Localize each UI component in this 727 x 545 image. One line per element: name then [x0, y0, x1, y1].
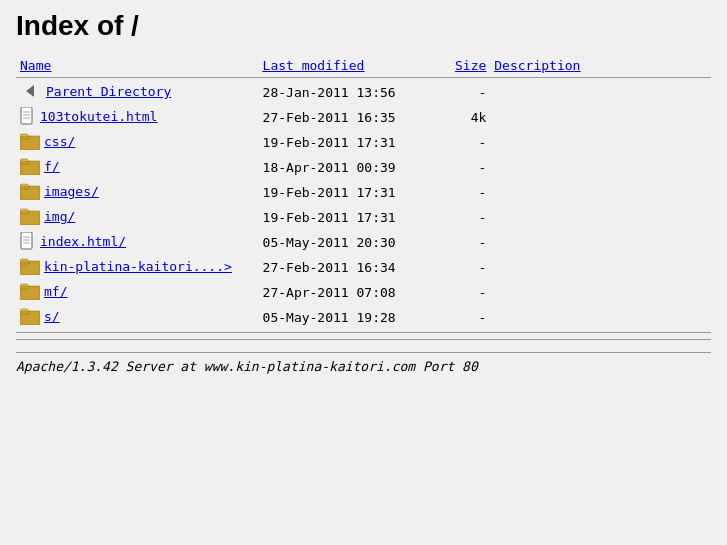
svg-rect-20 — [20, 286, 29, 289]
entry-date: 27-Feb-2011 16:35 — [259, 105, 436, 130]
directory-table: Name Last modified Size Description Pare… — [16, 56, 711, 335]
entry-link[interactable]: index.html/ — [40, 234, 126, 249]
table-row: images/ 19-Feb-2011 17:31 - — [16, 180, 711, 205]
entry-desc — [490, 255, 711, 280]
folder-icon — [20, 132, 40, 153]
entry-size: - — [435, 280, 490, 305]
col-name[interactable]: Name — [16, 56, 259, 75]
table-row: img/ 19-Feb-2011 17:31 - — [16, 205, 711, 230]
entry-date: 19-Feb-2011 17:31 — [259, 130, 436, 155]
entry-name[interactable]: Parent Directory — [16, 80, 259, 105]
entry-link[interactable]: mf/ — [44, 284, 67, 299]
folder-icon — [20, 157, 40, 178]
entry-link[interactable]: img/ — [44, 209, 75, 224]
entry-size: - — [435, 80, 490, 105]
entry-date: 19-Feb-2011 17:31 — [259, 180, 436, 205]
entry-name[interactable]: s/ — [16, 305, 259, 330]
entry-date: 27-Apr-2011 07:08 — [259, 280, 436, 305]
entry-link[interactable]: f/ — [44, 159, 60, 174]
entry-link[interactable]: kin-platina-kaitori....> — [44, 259, 232, 274]
entry-desc — [490, 155, 711, 180]
entry-size: - — [435, 305, 490, 330]
svg-rect-18 — [20, 261, 29, 264]
entry-size: - — [435, 255, 490, 280]
folder-icon — [20, 282, 40, 303]
entry-name[interactable]: mf/ — [16, 280, 259, 305]
folder-icon — [20, 207, 40, 228]
entry-name[interactable]: css/ — [16, 130, 259, 155]
file-icon — [20, 107, 36, 128]
table-row: Parent Directory 28-Jan-2011 13:56 - — [16, 80, 711, 105]
footer-divider — [16, 339, 711, 340]
svg-rect-22 — [20, 311, 29, 314]
server-footer: Apache/1.3.42 Server at www.kin-platina-… — [16, 352, 711, 374]
table-header: Name Last modified Size Description — [16, 56, 711, 75]
entry-date: 05-May-2011 19:28 — [259, 305, 436, 330]
entry-name[interactable]: f/ — [16, 155, 259, 180]
table-row: kin-platina-kaitori....> 27-Feb-2011 16:… — [16, 255, 711, 280]
entry-date: 27-Feb-2011 16:34 — [259, 255, 436, 280]
entry-link[interactable]: css/ — [44, 134, 75, 149]
entry-size: - — [435, 130, 490, 155]
table-row: 103tokutei.html 27-Feb-2011 16:35 4k — [16, 105, 711, 130]
entry-link[interactable]: Parent Directory — [46, 84, 171, 99]
file-icon — [20, 232, 36, 253]
entry-name[interactable]: img/ — [16, 205, 259, 230]
svg-rect-6 — [20, 136, 29, 139]
table-row: css/ 19-Feb-2011 17:31 - — [16, 130, 711, 155]
entry-size: 4k — [435, 105, 490, 130]
entry-date: 05-May-2011 20:30 — [259, 230, 436, 255]
entry-size: - — [435, 180, 490, 205]
entry-size: - — [435, 205, 490, 230]
entry-desc — [490, 205, 711, 230]
col-size[interactable]: Size — [435, 56, 490, 75]
col-description[interactable]: Description — [490, 56, 711, 75]
parent-icon — [20, 82, 42, 103]
entry-name[interactable]: index.html/ — [16, 230, 259, 255]
table-row: f/ 18-Apr-2011 00:39 - — [16, 155, 711, 180]
entry-desc — [490, 305, 711, 330]
entry-size: - — [435, 155, 490, 180]
table-row: index.html/ 05-May-2011 20:30 - — [16, 230, 711, 255]
entry-desc — [490, 230, 711, 255]
entry-desc — [490, 130, 711, 155]
entry-date: 28-Jan-2011 13:56 — [259, 80, 436, 105]
entry-desc — [490, 80, 711, 105]
folder-icon — [20, 182, 40, 203]
entry-date: 19-Feb-2011 17:31 — [259, 205, 436, 230]
entry-size: - — [435, 230, 490, 255]
svg-rect-12 — [20, 211, 29, 214]
table-row: s/ 05-May-2011 19:28 - — [16, 305, 711, 330]
entry-desc — [490, 280, 711, 305]
folder-icon — [20, 257, 40, 278]
entry-link[interactable]: s/ — [44, 309, 60, 324]
entry-name[interactable]: kin-platina-kaitori....> — [16, 255, 259, 280]
entry-name[interactable]: 103tokutei.html — [16, 105, 259, 130]
entry-link[interactable]: 103tokutei.html — [40, 109, 157, 124]
entry-date: 18-Apr-2011 00:39 — [259, 155, 436, 180]
svg-rect-8 — [20, 161, 29, 164]
entry-desc — [490, 180, 711, 205]
svg-marker-0 — [26, 85, 34, 97]
table-row: mf/ 27-Apr-2011 07:08 - — [16, 280, 711, 305]
svg-rect-10 — [20, 186, 29, 189]
entry-name[interactable]: images/ — [16, 180, 259, 205]
entry-link[interactable]: images/ — [44, 184, 99, 199]
col-date[interactable]: Last modified — [259, 56, 436, 75]
page-title: Index of / — [16, 10, 711, 42]
folder-icon — [20, 307, 40, 328]
entry-desc — [490, 105, 711, 130]
